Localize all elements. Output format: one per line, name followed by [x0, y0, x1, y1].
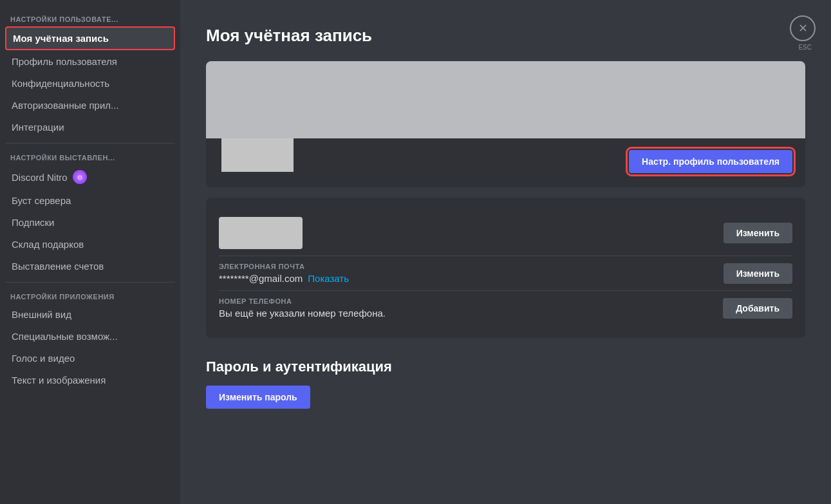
sidebar-divider-2 — [5, 282, 175, 283]
sidebar-item-label: Текст и изображения — [12, 375, 106, 386]
sidebar-item-label: Авторизованные прил... — [12, 100, 119, 111]
show-email-link[interactable]: Показать — [308, 273, 349, 284]
sidebar-item-profile[interactable]: Профиль пользователя — [5, 51, 175, 72]
page-title: Моя учётная запись — [206, 26, 805, 46]
email-label: ЭЛЕКТРОННАЯ ПОЧТА — [219, 263, 349, 270]
sidebar-item-nitro[interactable]: Discord Nitro ⊙ — [5, 165, 175, 189]
sidebar-section-app-settings: НАСТРОЙКИ ПРИЛОЖЕНИЯ — [5, 288, 175, 303]
phone-row: НОМЕР ТЕЛЕФОНА Вы ещё не указали номер т… — [219, 291, 792, 325]
sidebar-item-privacy[interactable]: Конфиденциальность — [5, 73, 175, 94]
sidebar-item-label: Моя учётная запись — [13, 33, 109, 44]
sidebar-divider-1 — [5, 143, 175, 144]
user-info-card: Изменить ЭЛЕКТРОННАЯ ПОЧТА ********@gmai… — [206, 198, 805, 338]
sidebar-item-label: Выставление счетов — [12, 261, 104, 272]
sidebar-section-billing-settings: НАСТРОЙКИ ВЫСТАВЛЕН... — [5, 149, 175, 164]
sidebar: НАСТРОЙКИ ПОЛЬЗОВАТЕ... Моя учётная запи… — [0, 0, 180, 504]
sidebar-item-label: Интеграции — [12, 122, 64, 133]
password-section-title: Пароль и аутентификация — [206, 359, 805, 375]
sidebar-item-label: Голос и видео — [12, 353, 75, 364]
sidebar-item-label: Discord Nitro — [12, 172, 68, 183]
main-content: ✕ ESC Моя учётная запись Настр. профиль … — [180, 0, 831, 504]
phone-value: Вы ещё не указали номер телефона. — [219, 308, 386, 319]
sidebar-item-label: Конфиденциальность — [12, 78, 109, 89]
sidebar-item-authorized-apps[interactable]: Авторизованные прил... — [5, 95, 175, 116]
sidebar-item-label: Профиль пользователя — [12, 56, 117, 67]
sidebar-item-label: Специальные возмож... — [12, 331, 118, 342]
sidebar-item-accessibility[interactable]: Специальные возмож... — [5, 326, 175, 347]
change-email-button[interactable]: Изменить — [724, 263, 792, 284]
sidebar-item-integrations[interactable]: Интеграции — [5, 117, 175, 138]
close-button-label: ESC — [798, 44, 812, 51]
sidebar-item-voice-video[interactable]: Голос и видео — [5, 348, 175, 369]
sidebar-item-subscriptions[interactable]: Подписки — [5, 212, 175, 233]
sidebar-item-appearance[interactable]: Внешний вид — [5, 304, 175, 325]
change-password-button[interactable]: Изменить пароль — [206, 386, 310, 409]
change-username-button[interactable]: Изменить — [724, 223, 792, 243]
sidebar-section-user-settings: НАСТРОЙКИ ПОЛЬЗОВАТЕ... — [5, 10, 175, 26]
sidebar-item-gift-inventory[interactable]: Склад подарков — [5, 234, 175, 255]
nitro-icon: ⊙ — [73, 170, 87, 184]
profile-card: Настр. профиль пользователя — [206, 61, 805, 187]
sidebar-item-server-boost[interactable]: Буст сервера — [5, 190, 175, 211]
sidebar-item-my-account[interactable]: Моя учётная запись — [5, 26, 175, 50]
email-value: ********@gmail.com Показать — [219, 273, 349, 284]
email-field: ЭЛЕКТРОННАЯ ПОЧТА ********@gmail.com Пок… — [219, 263, 349, 284]
phone-field: НОМЕР ТЕЛЕФОНА Вы ещё не указали номер т… — [219, 297, 386, 319]
sidebar-item-billing[interactable]: Выставление счетов — [5, 256, 175, 277]
email-masked: ********@gmail.com — [219, 273, 303, 284]
customize-profile-button[interactable]: Настр. профиль пользователя — [629, 150, 792, 173]
close-button[interactable]: ✕ — [790, 15, 816, 41]
profile-banner — [206, 61, 805, 138]
add-phone-button[interactable]: Добавить — [723, 298, 792, 319]
sidebar-item-label: Внешний вид — [12, 309, 71, 320]
phone-label: НОМЕР ТЕЛЕФОНА — [219, 297, 386, 305]
username-row: Изменить — [219, 210, 792, 256]
sidebar-item-label: Подписки — [12, 217, 55, 228]
username-placeholder — [219, 217, 303, 249]
profile-body: Настр. профиль пользователя — [206, 138, 805, 187]
sidebar-item-text-images[interactable]: Текст и изображения — [5, 369, 175, 391]
sidebar-item-label: Буст сервера — [12, 195, 71, 206]
sidebar-item-label: Склад подарков — [12, 239, 84, 250]
email-row: ЭЛЕКТРОННАЯ ПОЧТА ********@gmail.com Пок… — [219, 256, 792, 291]
